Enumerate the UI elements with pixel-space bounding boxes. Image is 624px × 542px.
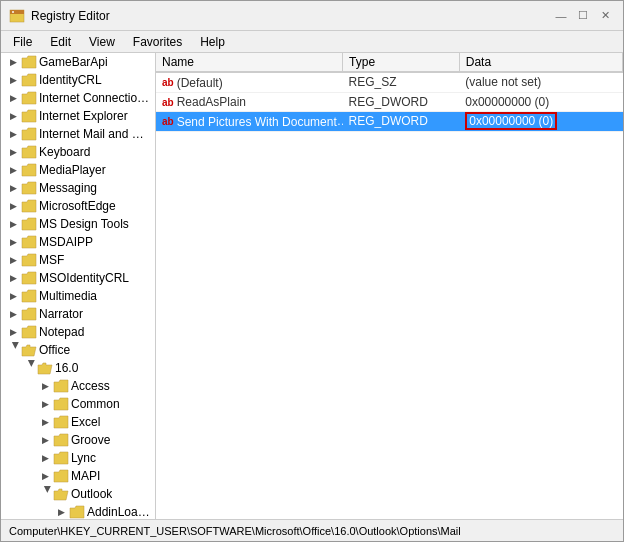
tree-label: Internet Explorer: [37, 109, 128, 123]
toggle-icon: ▶: [5, 162, 21, 178]
close-button[interactable]: ✕: [595, 6, 615, 26]
tree-item-mapi[interactable]: ▶ MAPI: [1, 467, 155, 485]
folder-icon: [53, 397, 69, 411]
main-panel: Name Type Data ab (Default): [156, 53, 623, 519]
tree-label: MSDAIPP: [37, 235, 93, 249]
toggle-icon: ▶: [5, 324, 21, 340]
menu-edit[interactable]: Edit: [42, 33, 79, 51]
toggle-icon: ▶: [37, 432, 53, 448]
folder-icon: [21, 235, 37, 249]
toggle-icon: ▶: [5, 180, 21, 196]
tree-label: MediaPlayer: [37, 163, 106, 177]
toggle-icon: ▶: [5, 270, 21, 286]
tree-label: Narrator: [37, 307, 83, 321]
tree-panel[interactable]: ▶ GameBarApi ▶ IdentityCRL ▶ In: [1, 53, 156, 519]
cell-data: 0x00000000 (0): [459, 112, 622, 132]
tree-item-internetconnectionwizard[interactable]: ▶ Internet Connection Wizard: [1, 89, 155, 107]
tree-label: MSF: [37, 253, 64, 267]
menu-file[interactable]: File: [5, 33, 40, 51]
folder-icon: [21, 253, 37, 267]
ab-icon: ab: [162, 77, 174, 88]
cell-name: ab Send Pictures With Document: [156, 112, 343, 132]
tree-label: MSOIdentityCRL: [37, 271, 129, 285]
tree-item-notepad[interactable]: ▶ Notepad: [1, 323, 155, 341]
tree-item-msf[interactable]: ▶ MSF: [1, 251, 155, 269]
tree-label: GameBarApi: [37, 55, 108, 69]
folder-icon: [21, 163, 37, 177]
tree-item-multimedia[interactable]: ▶ Multimedia: [1, 287, 155, 305]
highlighted-data-cell: 0x00000000 (0): [465, 112, 557, 130]
tree-item-common[interactable]: ▶ Common: [1, 395, 155, 413]
folder-icon: [21, 181, 37, 195]
tree-label: Keyboard: [37, 145, 90, 159]
tree-item-internetmailandnews[interactable]: ▶ Internet Mail and News: [1, 125, 155, 143]
tree-item-msoidentitycrl[interactable]: ▶ MSOIdentityCRL: [1, 269, 155, 287]
folder-icon: [53, 433, 69, 447]
tree-label: 16.0: [53, 361, 78, 375]
tree-label: IdentityCRL: [37, 73, 102, 87]
table-row[interactable]: ab Send Pictures With Document REG_DWORD…: [156, 112, 623, 132]
toggle-icon: ▶: [5, 126, 21, 142]
menu-favorites[interactable]: Favorites: [125, 33, 190, 51]
tree-item-messaging[interactable]: ▶ Messaging: [1, 179, 155, 197]
folder-icon: [21, 127, 37, 141]
tree-label: MicrosoftEdge: [37, 199, 116, 213]
toggle-icon: ▶: [37, 468, 53, 484]
svg-rect-2: [12, 11, 14, 13]
minimize-button[interactable]: —: [551, 6, 571, 26]
folder-icon: [21, 109, 37, 123]
folder-icon: [21, 145, 37, 159]
tree-label: Access: [69, 379, 110, 393]
tree-item-narrator[interactable]: ▶ Narrator: [1, 305, 155, 323]
maximize-button[interactable]: ☐: [573, 6, 593, 26]
cell-data: (value not set): [459, 72, 622, 92]
tree-item-outlook[interactable]: ▶ Outlook: [1, 485, 155, 503]
folder-icon: [21, 217, 37, 231]
tree-label: Excel: [69, 415, 100, 429]
folder-icon: [53, 415, 69, 429]
column-header-type: Type: [343, 53, 460, 72]
tree-label: MAPI: [69, 469, 100, 483]
folder-open-icon: [37, 361, 53, 375]
menu-help[interactable]: Help: [192, 33, 233, 51]
toggle-icon: ▶: [5, 252, 21, 268]
toggle-icon: ▶: [5, 54, 21, 70]
tree-item-office[interactable]: ▶ Office: [1, 341, 155, 359]
tree-item-addinloadtimes[interactable]: ▶ AddinLoadTimes: [1, 503, 155, 519]
folder-icon: [53, 379, 69, 393]
toggle-icon: ▶: [5, 72, 21, 88]
tree-item-16-0[interactable]: ▶ 16.0: [1, 359, 155, 377]
folder-icon: [21, 91, 37, 105]
tree-item-access[interactable]: ▶ Access: [1, 377, 155, 395]
folder-icon: [21, 73, 37, 87]
table-row[interactable]: ab ReadAsPlain REG_DWORD 0x00000000 (0): [156, 92, 623, 112]
toggle-icon: ▶: [5, 342, 21, 358]
table-row[interactable]: ab (Default) REG_SZ (value not set): [156, 72, 623, 92]
tree-item-gamebarapi[interactable]: ▶ GameBarApi: [1, 53, 155, 71]
row-icon: ab Send Pictures With Document: [162, 115, 337, 129]
toggle-icon: ▶: [5, 198, 21, 214]
folder-icon: [69, 505, 85, 519]
tree-label: Internet Mail and News: [37, 127, 151, 141]
folder-icon: [21, 289, 37, 303]
toggle-icon: ▶: [5, 234, 21, 250]
tree-item-identitycrl[interactable]: ▶ IdentityCRL: [1, 71, 155, 89]
tree-item-microsoftedge[interactable]: ▶ MicrosoftEdge: [1, 197, 155, 215]
folder-icon: [21, 55, 37, 69]
tree-item-internetexplorer[interactable]: ▶ Internet Explorer: [1, 107, 155, 125]
menu-view[interactable]: View: [81, 33, 123, 51]
title-bar: Registry Editor — ☐ ✕: [1, 1, 623, 31]
tree-item-mediaplayer[interactable]: ▶ MediaPlayer: [1, 161, 155, 179]
column-header-name: Name: [156, 53, 343, 72]
tree-item-msdaipp[interactable]: ▶ MSDAIPP: [1, 233, 155, 251]
registry-table: Name Type Data ab (Default): [156, 53, 623, 519]
tree-item-groove[interactable]: ▶ Groove: [1, 431, 155, 449]
tree-item-msdesigntools[interactable]: ▶ MS Design Tools: [1, 215, 155, 233]
window-controls: — ☐ ✕: [551, 6, 615, 26]
tree-label: Messaging: [37, 181, 97, 195]
tree-item-keyboard[interactable]: ▶ Keyboard: [1, 143, 155, 161]
folder-icon: [53, 451, 69, 465]
tree-item-excel[interactable]: ▶ Excel: [1, 413, 155, 431]
row-icon: ab ReadAsPlain: [162, 95, 246, 109]
tree-item-lync[interactable]: ▶ Lync: [1, 449, 155, 467]
